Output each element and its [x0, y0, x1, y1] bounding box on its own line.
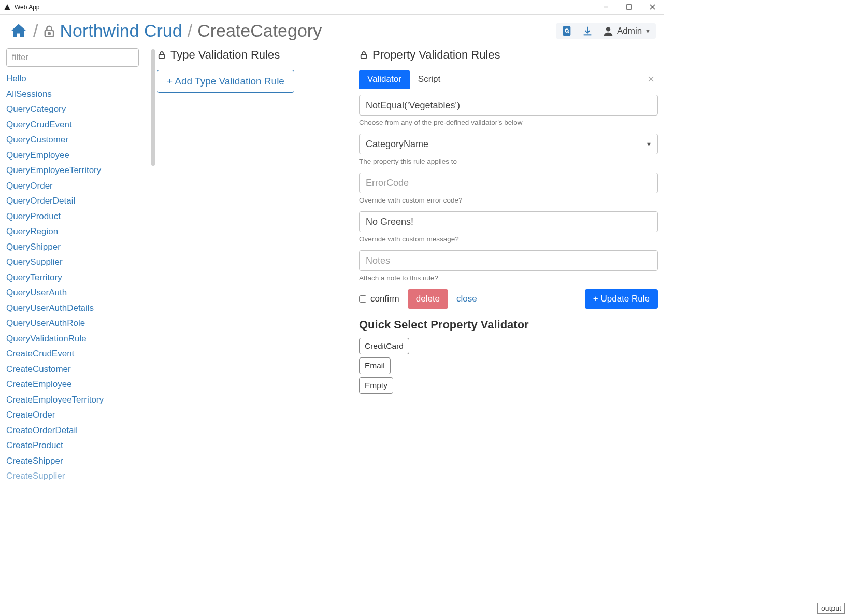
sidebar-item[interactable]: QueryRegion	[6, 224, 146, 239]
sidebar: HelloAllSessionsQueryCategoryQueryCrudEv…	[6, 48, 151, 471]
update-rule-button[interactable]: + Update Rule	[585, 289, 658, 309]
filter-input[interactable]	[6, 48, 139, 67]
breadcrumb-link[interactable]: Northwind Crud	[60, 21, 182, 41]
message-input[interactable]	[359, 211, 658, 232]
sidebar-item[interactable]: CreateShipper	[6, 453, 146, 469]
errorcode-input[interactable]	[359, 173, 658, 193]
quick-select-title: Quick Select Property Validator	[359, 318, 658, 332]
breadcrumb-current: CreateCategory	[197, 21, 322, 41]
section-label: Property Validation Rules	[372, 48, 500, 62]
sidebar-item[interactable]: Hello	[6, 71, 146, 87]
svg-rect-11	[361, 54, 367, 59]
sidebar-item[interactable]: CreateProduct	[6, 438, 146, 453]
sidebar-item[interactable]: QueryUserAuthRole	[6, 316, 146, 331]
main-content: HelloAllSessionsQueryCategoryQueryCrudEv…	[0, 44, 664, 471]
validator-chip[interactable]: Empty	[359, 377, 393, 394]
svg-rect-10	[159, 54, 165, 59]
close-link[interactable]: close	[456, 294, 477, 304]
header-toolbar: Admin ▼	[556, 23, 656, 39]
sidebar-item[interactable]: AllSessions	[6, 87, 146, 102]
sidebar-item[interactable]: QueryValidationRule	[6, 331, 146, 347]
sidebar-item[interactable]: QueryCustomer	[6, 132, 146, 148]
sidebar-item[interactable]: QueryShipper	[6, 239, 146, 255]
window-titlebar: Web App	[0, 0, 664, 15]
sidebar-item[interactable]: QuerySupplier	[6, 254, 146, 270]
type-rules-title: Type Validation Rules	[157, 48, 343, 62]
sidebar-list: HelloAllSessionsQueryCategoryQueryCrudEv…	[6, 71, 146, 484]
property-help: The property this rule applies to	[359, 157, 658, 165]
sidebar-item[interactable]: QueryUserAuthDetails	[6, 300, 146, 316]
sidebar-item[interactable]: QueryCategory	[6, 102, 146, 117]
confirm-checkbox[interactable]: confirm	[359, 294, 399, 304]
notes-help: Attach a note to this rule?	[359, 274, 658, 282]
sidebar-item[interactable]: CreateSupplier	[6, 468, 146, 484]
svg-point-9	[606, 27, 610, 31]
rule-tabs: Validator Script ✕	[359, 70, 658, 89]
sidebar-item[interactable]: CreateCrudEvent	[6, 346, 146, 362]
sidebar-item[interactable]: QueryUserAuth	[6, 285, 146, 300]
notes-input[interactable]	[359, 250, 658, 271]
close-window-button[interactable]	[641, 0, 664, 15]
svg-rect-1	[627, 5, 631, 9]
breadcrumb-separator-2: /	[188, 21, 192, 41]
message-help: Override with custom message?	[359, 235, 658, 243]
tab-script[interactable]: Script	[410, 70, 449, 89]
sidebar-item[interactable]: QueryOrder	[6, 178, 146, 194]
lock-icon	[359, 50, 368, 60]
sidebar-item[interactable]: CreateOrderDetail	[6, 423, 146, 438]
search-doc-icon[interactable]	[561, 25, 572, 37]
property-select[interactable]	[359, 134, 658, 154]
sidebar-scrollbar[interactable]	[151, 49, 155, 166]
sidebar-item[interactable]: QueryEmployee	[6, 148, 146, 163]
delete-button[interactable]: delete	[408, 289, 448, 309]
sidebar-item[interactable]: CreateEmployeeTerritory	[6, 392, 146, 408]
svg-rect-6	[563, 26, 571, 35]
user-label: Admin	[617, 26, 642, 36]
maximize-button[interactable]	[618, 0, 641, 15]
validator-input[interactable]	[359, 95, 658, 116]
user-icon	[602, 25, 614, 37]
property-rules-title: Property Validation Rules	[359, 48, 658, 62]
sidebar-item[interactable]: QueryProduct	[6, 209, 146, 224]
close-icon[interactable]: ✕	[644, 74, 658, 85]
lock-icon	[157, 50, 166, 60]
rule-actions: confirm delete close + Update Rule	[359, 289, 658, 309]
errorcode-help: Override with custom error code?	[359, 196, 658, 204]
confirm-checkbox-input[interactable]	[359, 295, 366, 303]
sidebar-item[interactable]: CreateEmployee	[6, 377, 146, 392]
sidebar-item[interactable]: QueryTerritory	[6, 270, 146, 285]
sidebar-item[interactable]: CreateOrder	[6, 407, 146, 423]
app-icon	[3, 3, 11, 11]
sidebar-item[interactable]: QueryCrudEvent	[6, 117, 146, 133]
quick-select-chips: CreditCardEmailEmpty	[359, 338, 658, 397]
validator-chip[interactable]: Email	[359, 357, 391, 374]
add-type-validation-button[interactable]: + Add Type Validation Rule	[157, 70, 294, 93]
window-title: Web App	[15, 4, 39, 11]
sidebar-item[interactable]: CreateCustomer	[6, 362, 146, 377]
sidebar-item[interactable]: QueryEmployeeTerritory	[6, 163, 146, 178]
chevron-down-icon: ▼	[645, 28, 651, 34]
lock-icon	[42, 22, 56, 40]
confirm-label: confirm	[370, 294, 399, 304]
validator-chip[interactable]: CreditCard	[359, 338, 409, 354]
section-label: Type Validation Rules	[170, 48, 280, 62]
sidebar-item[interactable]: QueryOrderDetail	[6, 193, 146, 209]
home-icon[interactable]	[8, 22, 29, 40]
breadcrumb: / Northwind Crud / CreateCategory Admin …	[0, 15, 664, 44]
tab-validator[interactable]: Validator	[359, 70, 410, 89]
user-menu[interactable]: Admin ▼	[602, 25, 651, 37]
download-icon[interactable]	[582, 25, 593, 37]
breadcrumb-separator: /	[33, 21, 38, 41]
svg-point-5	[49, 32, 51, 34]
minimize-button[interactable]	[594, 0, 618, 15]
validator-help: Choose from any of the pre-defined valid…	[359, 119, 658, 126]
